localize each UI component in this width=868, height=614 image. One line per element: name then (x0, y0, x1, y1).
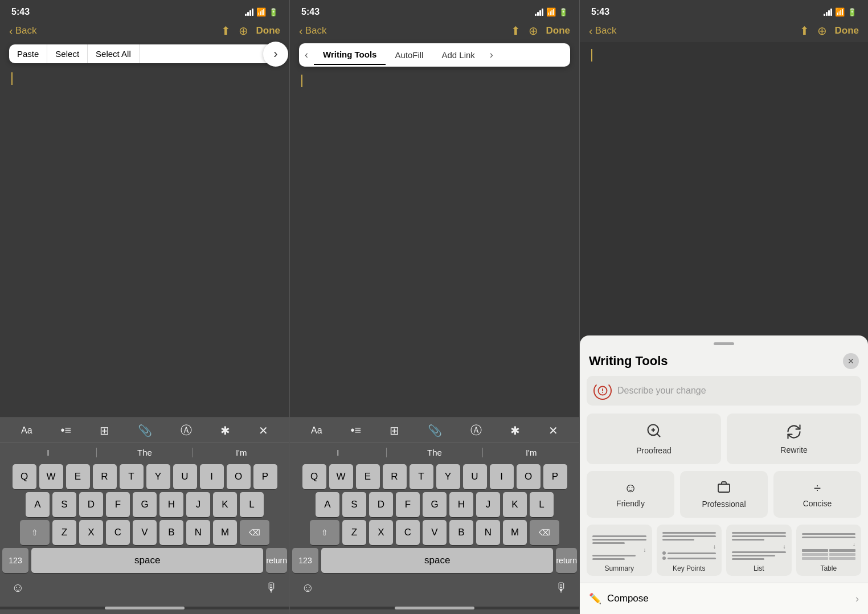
key-j-1[interactable]: J (186, 492, 210, 517)
key-u-1[interactable]: U (173, 464, 197, 489)
more-icon-3[interactable]: ⊕ (817, 24, 827, 38)
key-p-2[interactable]: P (543, 464, 567, 489)
key-z-1[interactable]: Z (52, 520, 76, 545)
suggestion-i-1[interactable]: I (0, 448, 97, 457)
key-k-1[interactable]: K (213, 492, 237, 517)
keyboard-icon-attach-2[interactable]: 📎 (428, 424, 442, 437)
key-g-1[interactable]: G (133, 492, 157, 517)
key-s-1[interactable]: S (52, 492, 76, 517)
key-i-2[interactable]: I (490, 464, 514, 489)
key-i-1[interactable]: I (200, 464, 224, 489)
key-num-1[interactable]: 123 (2, 548, 28, 573)
key-points-tool[interactable]: ↓ Key Points (657, 525, 722, 576)
ctx-right-arrow-2[interactable]: › (484, 44, 499, 66)
key-w-1[interactable]: W (39, 464, 63, 489)
key-b-2[interactable]: B (449, 520, 473, 545)
key-n-2[interactable]: N (476, 520, 500, 545)
key-l-2[interactable]: L (530, 492, 554, 517)
keyboard-icon-aa-1[interactable]: Aa (21, 425, 32, 436)
table-tool[interactable]: ↓ Table (796, 525, 862, 576)
keyboard-icon-close-2[interactable]: ✕ (548, 424, 558, 437)
keyboard-icon-table-1[interactable]: ⊞ (100, 424, 109, 437)
keyboard-icon-table-2[interactable]: ⊞ (390, 424, 399, 437)
summary-tool[interactable]: ↓ Summary (587, 525, 652, 576)
more-icon-2[interactable]: ⊕ (529, 24, 538, 38)
key-a-2[interactable]: A (316, 492, 339, 517)
editor-area-2[interactable] (290, 68, 579, 417)
key-shift-2[interactable]: ⇧ (310, 520, 339, 545)
done-button-3[interactable]: Done (835, 25, 859, 36)
key-m-1[interactable]: M (213, 520, 237, 545)
suggestion-i-2[interactable]: I (290, 448, 387, 457)
key-shift-1[interactable]: ⇧ (20, 520, 50, 545)
suggestion-im-1[interactable]: I'm (193, 448, 289, 457)
suggestion-the-1[interactable]: The (97, 448, 194, 457)
share-icon-3[interactable]: ⬆ (800, 24, 809, 38)
share-icon-1[interactable]: ⬆ (221, 24, 231, 38)
key-w-2[interactable]: W (329, 464, 353, 489)
back-button-2[interactable]: ‹ Back (299, 24, 326, 38)
done-button-2[interactable]: Done (546, 25, 571, 36)
key-k-2[interactable]: K (503, 492, 527, 517)
key-c-1[interactable]: C (106, 520, 130, 545)
emoji-icon-2[interactable]: ☺ (301, 580, 314, 595)
key-p-1[interactable]: P (253, 464, 277, 489)
key-t-2[interactable]: T (410, 464, 433, 489)
friendly-tool[interactable]: ☺ Friendly (587, 471, 674, 518)
ctx-left-arrow-2[interactable]: ‹ (299, 44, 314, 66)
key-s-2[interactable]: S (342, 492, 366, 517)
emoji-icon-1[interactable]: ☺ (11, 580, 24, 595)
professional-tool[interactable]: Professional (680, 471, 768, 518)
select-item[interactable]: Select (47, 44, 88, 63)
key-x-2[interactable]: X (369, 520, 393, 545)
mic-icon-1[interactable]: 🎙 (265, 580, 278, 595)
concise-tool[interactable]: ÷ Concise (773, 471, 861, 518)
select-all-item[interactable]: Select All (88, 44, 140, 63)
back-button-3[interactable]: ‹ Back (589, 24, 616, 38)
key-a-1[interactable]: A (26, 492, 50, 517)
key-r-2[interactable]: R (383, 464, 407, 489)
keyboard-icon-attach-1[interactable]: 📎 (138, 424, 152, 437)
suggestion-im-2[interactable]: I'm (483, 448, 579, 457)
writing-tools-item[interactable]: Writing Tools (314, 45, 386, 65)
key-h-2[interactable]: H (449, 492, 473, 517)
key-j-2[interactable]: J (476, 492, 500, 517)
key-delete-1[interactable]: ⌫ (240, 520, 269, 545)
key-y-1[interactable]: Y (146, 464, 170, 489)
key-return-1[interactable]: return (266, 548, 287, 573)
key-space-2[interactable]: space (321, 548, 553, 573)
keyboard-icon-magic-2[interactable]: ✱ (510, 424, 520, 437)
more-icon-1[interactable]: ⊕ (239, 24, 248, 38)
key-h-1[interactable]: H (159, 492, 183, 517)
key-return-2[interactable]: return (556, 548, 577, 573)
describe-input-row[interactable]: Describe your change (587, 376, 861, 406)
key-e-1[interactable]: E (66, 464, 90, 489)
key-l-1[interactable]: L (240, 492, 264, 517)
back-button-1[interactable]: ‹ Back (9, 24, 36, 38)
autofill-item[interactable]: AutoFill (386, 46, 432, 64)
key-f-1[interactable]: F (106, 492, 130, 517)
compose-row[interactable]: ✏️ Compose › (580, 583, 868, 614)
key-n-1[interactable]: N (186, 520, 210, 545)
key-b-1[interactable]: B (159, 520, 183, 545)
key-d-2[interactable]: D (369, 492, 393, 517)
keyboard-icon-magic-1[interactable]: ✱ (220, 424, 230, 437)
describe-placeholder[interactable]: Describe your change (617, 386, 706, 396)
add-link-item[interactable]: Add Link (432, 46, 484, 64)
share-icon-2[interactable]: ⬆ (511, 24, 521, 38)
key-o-1[interactable]: O (227, 464, 251, 489)
rewrite-tool[interactable]: Rewrite (727, 414, 861, 464)
key-z-2[interactable]: Z (342, 520, 366, 545)
key-x-1[interactable]: X (79, 520, 103, 545)
list-tool[interactable]: ↓ List (726, 525, 792, 576)
key-g-2[interactable]: G (423, 492, 447, 517)
proofread-tool[interactable]: Proofread (587, 414, 721, 464)
done-button-1[interactable]: Done (256, 25, 281, 36)
sheet-close-button[interactable]: ✕ (843, 353, 859, 369)
keyboard-icon-format-2[interactable]: Ⓐ (470, 423, 482, 438)
key-y-2[interactable]: Y (436, 464, 460, 489)
key-f-2[interactable]: F (396, 492, 420, 517)
key-d-1[interactable]: D (79, 492, 103, 517)
keyboard-icon-format-1[interactable]: Ⓐ (181, 423, 192, 438)
key-v-2[interactable]: V (423, 520, 447, 545)
